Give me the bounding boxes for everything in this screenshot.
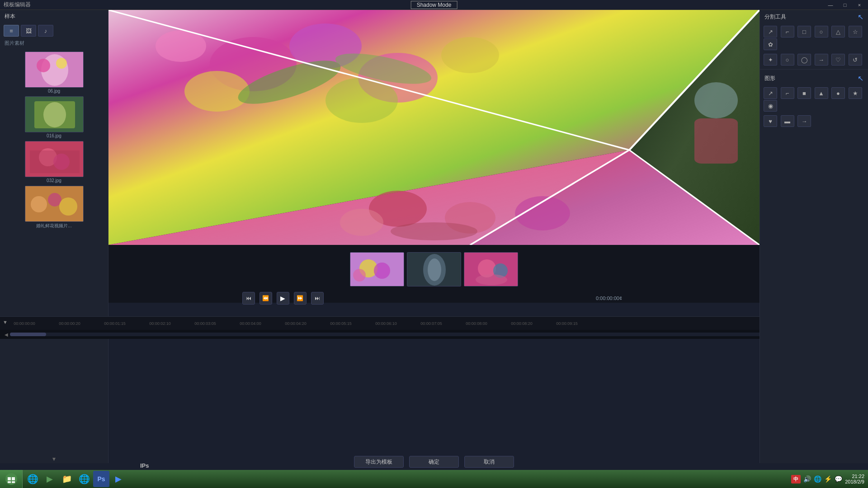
list-item[interactable]: 032.jpg bbox=[4, 141, 104, 183]
film-clip-3[interactable] bbox=[464, 252, 518, 286]
svg-point-42 bbox=[374, 263, 390, 279]
minimize-button[interactable]: — bbox=[824, 0, 837, 10]
window-controls: — □ × bbox=[824, 0, 868, 10]
app-media-icon[interactable]: ▶ bbox=[42, 471, 58, 487]
clock-time: 21:22 bbox=[845, 474, 864, 479]
app-video-icon[interactable]: ▶ bbox=[110, 471, 127, 487]
app-explorer-icon[interactable]: 📁 bbox=[59, 471, 75, 487]
scroll-track[interactable] bbox=[10, 333, 836, 336]
svg-point-3 bbox=[56, 58, 67, 69]
marker-6: 00:00:04:20 bbox=[273, 321, 318, 326]
close-button[interactable]: × bbox=[853, 0, 866, 10]
filmstrip-row bbox=[350, 245, 518, 290]
time-display: 0:00:00:00¢ bbox=[596, 296, 622, 301]
media-list: 06.jpg 016.jpg bbox=[0, 48, 108, 455]
svg-rect-10 bbox=[30, 150, 80, 173]
transport-controls: ⏮ ⏪ ▶ ⏩ ⏭ 0:00:00:00¢ bbox=[242, 290, 626, 306]
marker-5: 00:00:04:00 bbox=[228, 321, 273, 326]
shape-oval[interactable]: ◉ bbox=[764, 100, 777, 112]
tool-sparkle[interactable]: ✦ bbox=[764, 54, 777, 66]
shape-arrow[interactable]: ↗ bbox=[764, 87, 777, 99]
shape-tools-row2: ♥ ▬ → bbox=[760, 113, 868, 129]
preview-canvas bbox=[108, 10, 760, 245]
canvas-area bbox=[108, 10, 760, 245]
tool-star[interactable]: ☆ bbox=[849, 26, 862, 38]
tool-flower[interactable]: ✿ bbox=[764, 38, 777, 50]
film-clip-1[interactable] bbox=[350, 252, 404, 286]
tool-rect[interactable]: □ bbox=[797, 26, 811, 38]
thumbnail-grid: 06.jpg 016.jpg bbox=[2, 50, 106, 231]
list-item[interactable]: 06.jpg bbox=[4, 52, 104, 94]
tool-triangle[interactable]: △ bbox=[831, 26, 845, 38]
list-item[interactable]: 016.jpg bbox=[4, 96, 104, 138]
tool-ring[interactable]: ○ bbox=[781, 54, 794, 66]
cancel-button[interactable]: 取消 bbox=[464, 456, 514, 468]
svg-point-29 bbox=[694, 82, 738, 118]
maximize-button[interactable]: □ bbox=[838, 0, 852, 10]
tool-curve[interactable]: ↺ bbox=[849, 54, 862, 66]
scroll-down-arrow[interactable]: ▼ bbox=[0, 455, 108, 463]
rewind-button[interactable]: ⏪ bbox=[259, 292, 272, 305]
app-ie-icon[interactable]: 🌐 bbox=[24, 471, 41, 487]
svg-rect-30 bbox=[694, 118, 738, 164]
svg-point-35 bbox=[391, 222, 477, 240]
tool-arrow2[interactable]: → bbox=[815, 54, 828, 66]
marker-8: 00:00:06:10 bbox=[363, 321, 409, 326]
start-button[interactable] bbox=[0, 470, 23, 488]
sample-label: 样本 bbox=[0, 10, 108, 23]
svg-point-2 bbox=[37, 59, 50, 72]
svg-point-46 bbox=[428, 258, 441, 281]
confirm-button[interactable]: 确定 bbox=[409, 456, 459, 468]
cursor-icon: ↖ bbox=[858, 13, 863, 21]
film-clip-2[interactable] bbox=[407, 252, 461, 286]
svg-rect-53 bbox=[12, 477, 15, 480]
right-panel: 分割工具 ↖ ↗ ⌐ □ ○ △ ☆ ✿ ✦ ○ ◯ → ♡ ↺ 图形 ↖ ↗ … bbox=[760, 10, 868, 463]
tab-music[interactable]: ♪ bbox=[38, 25, 53, 37]
svg-point-21 bbox=[184, 71, 250, 112]
thumbnail-image bbox=[25, 186, 84, 222]
list-item[interactable]: 婚礼鲜花视频片... bbox=[4, 186, 104, 229]
skip-to-start-button[interactable]: ⏮ bbox=[242, 292, 255, 305]
thumb-label: 06.jpg bbox=[48, 89, 60, 94]
tool-circle[interactable]: ○ bbox=[815, 26, 828, 38]
marker-11: 00:00:08:20 bbox=[499, 321, 544, 326]
shape-heart[interactable]: ♥ bbox=[764, 115, 777, 127]
svg-point-13 bbox=[48, 193, 61, 206]
tool-arrow[interactable]: ↗ bbox=[764, 26, 777, 38]
svg-point-12 bbox=[31, 196, 47, 212]
marker-12: 00:00:09:15 bbox=[544, 321, 590, 326]
marker-2: 00:00:01:15 bbox=[92, 321, 137, 326]
tool-heart[interactable]: ♡ bbox=[831, 54, 845, 66]
skip-to-end-button[interactable]: ⏭ bbox=[311, 292, 324, 305]
thumb-label: 婚礼鲜花视频片... bbox=[36, 223, 71, 229]
shape-arrow2[interactable]: → bbox=[797, 115, 811, 127]
taskbar-apps: 🌐 ▶ 📁 🌐 Ps ▶ bbox=[23, 471, 128, 487]
play-button[interactable]: ▶ bbox=[277, 292, 289, 305]
systray-icon-4: 💬 bbox=[835, 475, 842, 483]
tab-template[interactable]: ≡ bbox=[4, 25, 19, 37]
thumb-label: 016.jpg bbox=[47, 133, 61, 138]
tool-crop[interactable]: ⌐ bbox=[781, 26, 794, 38]
thumbnail-image bbox=[25, 52, 84, 88]
svg-point-51 bbox=[5, 473, 17, 485]
section-title-split: 分割工具 ↖ bbox=[760, 10, 868, 24]
title-bar: 模板编辑器 Shadow Mode — □ × bbox=[0, 0, 868, 10]
shape-triangle[interactable]: ▲ bbox=[815, 87, 828, 99]
app-photoshop-icon[interactable]: Ps bbox=[93, 471, 109, 487]
shape-crop[interactable]: ⌐ bbox=[781, 87, 794, 99]
shape-bar[interactable]: ▬ bbox=[781, 115, 794, 127]
app-browser-icon[interactable]: 🌐 bbox=[76, 471, 92, 487]
shape-circle[interactable]: ● bbox=[831, 87, 845, 99]
system-clock: 21:22 2018/2/9 bbox=[845, 474, 864, 484]
shape-star[interactable]: ★ bbox=[849, 87, 862, 99]
systray-lang[interactable]: 中 bbox=[791, 475, 801, 483]
tab-image[interactable]: 🖼 bbox=[21, 25, 36, 37]
export-button[interactable]: 导出为模板 bbox=[354, 456, 404, 468]
marker-7: 00:00:05:15 bbox=[318, 321, 363, 326]
scroll-thumb[interactable] bbox=[10, 333, 46, 336]
scroll-left-arrow[interactable]: ◀ bbox=[3, 332, 10, 337]
ips-label: IPs bbox=[140, 462, 149, 469]
fast-forward-button[interactable]: ⏩ bbox=[294, 292, 307, 305]
tool-donut[interactable]: ◯ bbox=[797, 54, 811, 66]
shape-rect[interactable]: ■ bbox=[797, 87, 811, 99]
